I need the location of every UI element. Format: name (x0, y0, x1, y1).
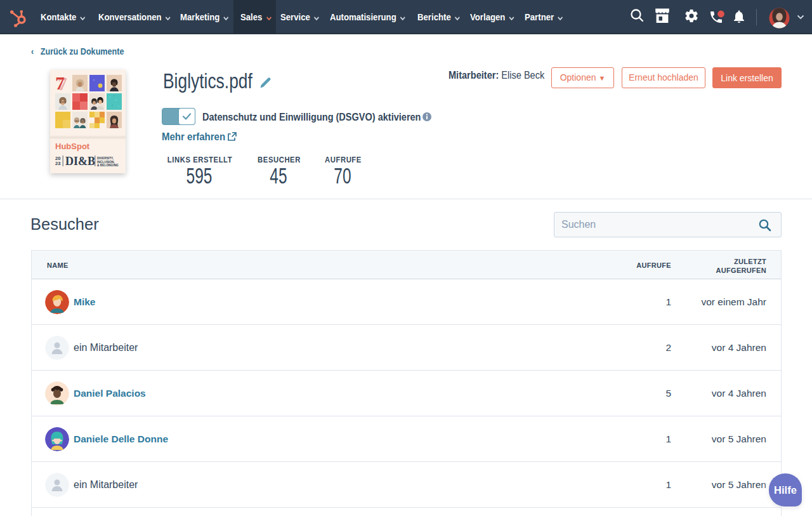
svg-text:23: 23 (55, 161, 60, 166)
svg-text:INCLUSION,: INCLUSION, (97, 161, 115, 164)
svg-text:DI&B: DI&B (65, 155, 95, 168)
svg-text:& BELONGING: & BELONGING (97, 164, 119, 167)
svg-text:DIVERSITY,: DIVERSITY, (97, 157, 114, 160)
